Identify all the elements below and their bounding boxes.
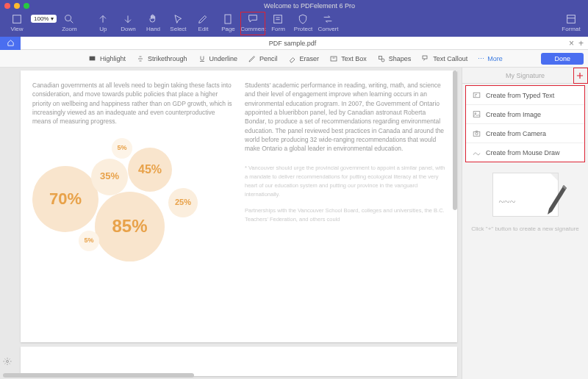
menu-label: Create from Mouse Draw (486, 149, 560, 156)
format-label: Format (562, 26, 580, 32)
vertical-scrollbar[interactable] (453, 71, 457, 210)
more-icon: ⋯ (478, 55, 484, 62)
signature-panel-header: My Signature (462, 68, 588, 84)
strikethrough-label: Strikethrough (148, 55, 187, 62)
zoom-value: 100% (34, 15, 49, 22)
settings-button[interactable] (3, 357, 12, 367)
pen-icon (542, 182, 571, 219)
page-button[interactable]: Page (215, 12, 240, 35)
chevron-down-icon: ▾ (51, 15, 54, 22)
signature-squiggle-icon: ~~~ (499, 197, 516, 209)
svg-point-15 (476, 132, 478, 134)
format-button[interactable]: Format (559, 12, 584, 35)
column-right: Students' academic performance in readin… (245, 76, 445, 336)
textcallout-button[interactable]: Text Callout (421, 54, 467, 63)
bubble-5a: 5% (79, 231, 99, 251)
menu-label: Create from Typed Text (486, 92, 554, 99)
svg-point-8 (381, 59, 384, 62)
svg-rect-11 (473, 93, 480, 98)
create-from-typed-text[interactable]: Create from Typed Text (466, 86, 584, 105)
home-button[interactable] (0, 37, 21, 50)
horizontal-scrollbar[interactable] (3, 373, 194, 378)
bubble-chart: 70% 35% 45% 85% 25% 5% 5% (32, 137, 233, 261)
textcallout-label: Text Callout (433, 55, 467, 62)
minimize-window-icon[interactable] (14, 3, 20, 9)
zoom-select[interactable]: 100%▾ (31, 15, 57, 23)
svg-point-10 (7, 361, 9, 363)
svg-rect-3 (274, 15, 282, 24)
hand-button[interactable]: Hand (140, 12, 165, 35)
pencil-button[interactable]: Pencil (248, 54, 278, 63)
view-label: View (10, 26, 23, 32)
svg-rect-12 (473, 112, 480, 118)
form-label: Form (271, 26, 285, 32)
textbox-label: Text Box (341, 55, 367, 62)
title-bar: Welcome to PDFelement 6 Pro (0, 0, 588, 12)
signature-preview: ~~~ (492, 173, 559, 217)
textbox-button[interactable]: Text Box (329, 54, 367, 63)
underline-button[interactable]: Underline (198, 54, 238, 63)
eraser-button[interactable]: Eraser (288, 54, 320, 63)
comment-label: Comment (240, 26, 266, 32)
eraser-label: Eraser (300, 55, 320, 62)
signature-create-menu: Create from Typed Text Create from Image… (465, 85, 585, 162)
protect-label: Protect (294, 26, 312, 32)
comment-toolbar: Highlight Strikethrough Underline Pencil… (0, 50, 588, 68)
document-viewport[interactable]: Canadian governments at all levels need … (16, 68, 462, 379)
view-button[interactable]: View (4, 12, 29, 35)
add-tab-icon[interactable]: + (578, 38, 584, 48)
comment-button[interactable]: Comment (240, 12, 265, 35)
close-tab-icon[interactable]: × (569, 38, 574, 48)
maximize-window-icon[interactable] (24, 3, 29, 9)
paragraph: Students' academic performance in readin… (245, 81, 445, 154)
svg-point-1 (65, 15, 71, 21)
shapes-button[interactable]: Shapes (377, 54, 412, 63)
window-controls (4, 3, 29, 9)
signature-panel: My Signature Create from Typed Text Crea… (462, 68, 588, 379)
svg-rect-7 (379, 56, 381, 59)
workspace: Canadian governments at all levels need … (0, 68, 588, 379)
more-button[interactable]: ⋯More (478, 55, 503, 62)
create-from-camera[interactable]: Create from Camera (466, 124, 584, 143)
close-window-icon[interactable] (4, 3, 10, 9)
form-button[interactable]: Form (265, 12, 290, 35)
svg-rect-5 (90, 57, 95, 60)
done-button[interactable]: Done (541, 53, 584, 65)
bubble-70: 70% (32, 166, 98, 232)
left-gutter (0, 68, 16, 379)
add-signature-button[interactable] (575, 71, 585, 81)
highlight-label: Highlight (100, 55, 126, 62)
paragraph-faded: Partnerships with the Vancouver School B… (245, 206, 445, 224)
bubble-85: 85% (95, 192, 165, 261)
strikethrough-button[interactable]: Strikethrough (136, 54, 187, 63)
convert-label: Convert (318, 26, 338, 32)
signature-hint: Click "+" button to create a new signatu… (462, 225, 588, 232)
zoom-label: Zoom (62, 26, 76, 32)
bubble-5b: 5% (112, 138, 132, 159)
zoom-label-button: Zoom (61, 12, 77, 35)
document-tab[interactable]: PDF sample.pdf (21, 40, 564, 47)
menu-label: Create from Image (486, 111, 541, 118)
create-from-image[interactable]: Create from Image (466, 105, 584, 124)
underline-label: Underline (209, 55, 238, 62)
menu-label: Create from Camera (486, 130, 546, 137)
select-button[interactable]: Select (165, 12, 190, 35)
up-button[interactable]: Up (90, 12, 115, 35)
bubble-45: 45% (128, 148, 172, 192)
paragraph: Canadian governments at all levels need … (32, 81, 233, 126)
create-from-mouse-draw[interactable]: Create from Mouse Draw (466, 143, 584, 162)
svg-rect-9 (423, 56, 427, 59)
pdf-page-1: Canadian governments at all levels need … (21, 71, 457, 342)
column-left: Canadian governments at all levels need … (32, 76, 233, 336)
highlight-button[interactable]: Highlight (88, 54, 126, 63)
page-fold-icon (551, 173, 558, 181)
page-label: Page (221, 26, 235, 32)
protect-button[interactable]: Protect (290, 12, 315, 35)
convert-button[interactable]: Convert (315, 12, 340, 35)
hand-label: Hand (146, 26, 160, 32)
edit-label: Edit (198, 26, 209, 32)
down-button[interactable]: Down (115, 12, 140, 35)
window-title: Welcome to PDFelement 6 Pro (35, 2, 584, 10)
edit-button[interactable]: Edit (190, 12, 215, 35)
down-label: Down (121, 26, 135, 32)
